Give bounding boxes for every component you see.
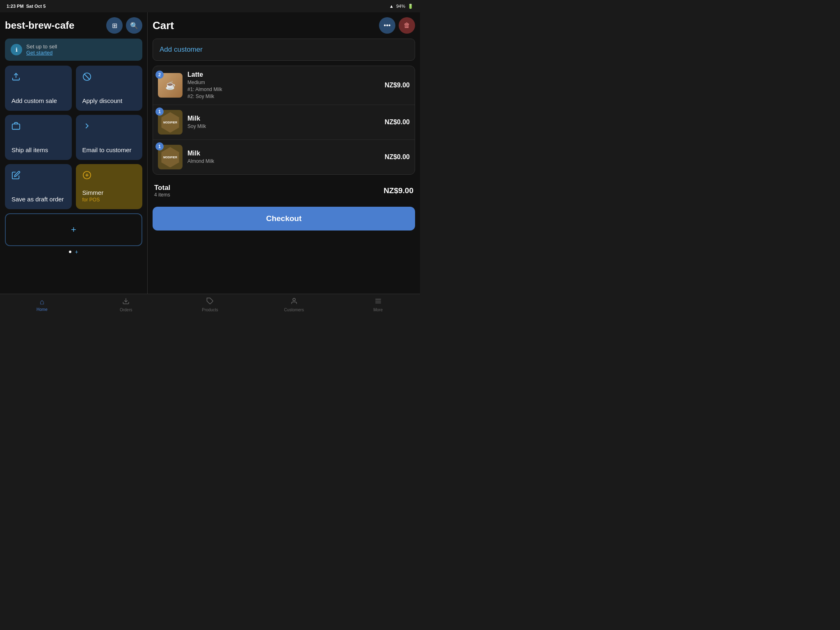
- page-dot-add: +: [75, 249, 78, 255]
- cart-header: Cart ••• 🗑: [153, 17, 415, 34]
- left-header: best-brew-cafe ⊞ 🔍: [5, 17, 142, 34]
- orders-icon: [122, 297, 130, 307]
- latte-image-wrap: ☕ 2: [158, 73, 183, 98]
- nav-item-home[interactable]: ⌂ Home: [0, 294, 84, 315]
- action-grid: Add custom sale Apply discount: [5, 66, 142, 209]
- modifier-almond-hex: MODIFIER: [160, 147, 180, 167]
- email-to-customer-label: Email to customer: [82, 146, 136, 153]
- search-icon-button[interactable]: 🔍: [126, 17, 142, 34]
- plus-icon: +: [71, 224, 76, 235]
- simmer-icon: [82, 171, 136, 182]
- add-tile[interactable]: +: [5, 213, 142, 246]
- add-custom-sale-label: Add custom sale: [11, 97, 65, 104]
- header-icons: ⊞ 🔍: [106, 17, 142, 34]
- trash-icon: 🗑: [404, 22, 410, 29]
- simmer-label: Simmer: [82, 189, 136, 196]
- customers-label: Customers: [284, 308, 304, 312]
- ship-all-items-label: Ship all items: [11, 146, 65, 153]
- milk-almond-price: NZ$0.00: [385, 153, 410, 161]
- grid-icon: ⊞: [112, 22, 117, 30]
- setup-text: Set up to sell Get started: [26, 43, 57, 56]
- battery-icon: 🔋: [408, 4, 413, 9]
- action-apply-discount[interactable]: Apply discount: [76, 66, 143, 111]
- info-icon: ℹ: [11, 44, 22, 55]
- total-item-count: 4 items: [154, 192, 170, 198]
- wifi-icon: ▲: [389, 4, 394, 9]
- nav-item-orders[interactable]: Orders: [84, 294, 168, 315]
- draft-icon: [11, 171, 65, 182]
- svg-line-2: [84, 74, 89, 80]
- more-options-button[interactable]: •••: [379, 17, 395, 34]
- milk-soy-image-wrap: MODIFIER 1: [158, 110, 183, 135]
- app-title: best-brew-cafe: [5, 20, 74, 31]
- setup-banner: ℹ Set up to sell Get started: [5, 39, 142, 61]
- status-indicators: ▲ 94% 🔋: [389, 4, 413, 9]
- latte-details: Medium#1: Almond Milk#2: Soy Milk: [187, 79, 380, 100]
- home-label: Home: [37, 307, 48, 312]
- more-icon: [374, 297, 382, 307]
- customers-icon: [290, 297, 298, 307]
- page-dots: +: [5, 246, 142, 258]
- milk-soy-name: Milk: [187, 115, 380, 122]
- checkout-button[interactable]: Checkout: [153, 207, 415, 231]
- orders-label: Orders: [120, 308, 132, 312]
- nav-item-more[interactable]: More: [336, 294, 420, 315]
- milk-almond-name: Milk: [187, 150, 380, 157]
- products-icon: [206, 297, 214, 307]
- milk-soy-details: Soy Milk: [187, 123, 380, 130]
- modifier-soy-hex: MODIFIER: [160, 112, 180, 132]
- svg-rect-3: [12, 124, 20, 129]
- save-as-draft-label: Save as draft order: [11, 196, 65, 203]
- delete-cart-button[interactable]: 🗑: [399, 17, 415, 34]
- action-add-custom-sale[interactable]: Add custom sale: [5, 66, 72, 111]
- total-label-wrap: Total 4 items: [154, 184, 170, 198]
- total-amount: NZ$9.00: [383, 186, 413, 195]
- home-icon: ⌂: [40, 298, 44, 306]
- get-started-link[interactable]: Get started: [26, 50, 57, 56]
- page-dot-1: [69, 251, 71, 253]
- cart-items-list: ☕ 2 Latte Medium#1: Almond Milk#2: Soy M…: [153, 66, 415, 175]
- latte-name: Latte: [187, 71, 380, 78]
- more-label: More: [373, 308, 383, 312]
- bottom-nav: ⌂ Home Orders Products Custo: [0, 294, 420, 315]
- action-email-to-customer[interactable]: Email to customer: [76, 115, 143, 160]
- nav-item-products[interactable]: Products: [168, 294, 252, 315]
- cart-item-latte: ☕ 2 Latte Medium#1: Almond Milk#2: Soy M…: [153, 66, 415, 105]
- cart-title: Cart: [153, 19, 174, 32]
- milk-almond-info: Milk Almond Milk: [187, 150, 380, 165]
- milk-soy-price: NZ$0.00: [385, 119, 410, 126]
- status-time-date: 1:23 PM Sat Oct 5: [7, 4, 46, 9]
- ship-icon: [11, 121, 65, 132]
- add-customer-button[interactable]: Add customer: [153, 39, 415, 61]
- battery-indicator: 94%: [396, 4, 405, 9]
- setup-title: Set up to sell: [26, 43, 57, 50]
- action-simmer[interactable]: Simmer for POS: [76, 164, 143, 209]
- action-save-as-draft[interactable]: Save as draft order: [5, 164, 72, 209]
- email-icon: [82, 121, 136, 132]
- simmer-sublabel: for POS: [82, 197, 136, 203]
- search-icon: 🔍: [130, 22, 138, 30]
- discount-icon: [82, 72, 136, 83]
- total-label: Total: [154, 184, 170, 192]
- cart-item-milk-soy: MODIFIER 1 Milk Soy Milk NZ$0.00: [153, 105, 415, 140]
- upload-icon: [11, 72, 65, 83]
- milk-almond-details: Almond Milk: [187, 158, 380, 165]
- cart-header-buttons: ••• 🗑: [379, 17, 415, 34]
- nav-item-customers[interactable]: Customers: [252, 294, 336, 315]
- latte-price: NZ$9.00: [385, 82, 410, 89]
- apply-discount-label: Apply discount: [82, 97, 136, 104]
- milk-soy-info: Milk Soy Milk: [187, 115, 380, 130]
- right-panel: Cart ••• 🗑 Add customer ☕ 2 Lat: [148, 12, 420, 294]
- total-row: Total 4 items NZ$9.00: [153, 180, 415, 202]
- cart-item-milk-almond: MODIFIER 1 Milk Almond Milk NZ$0.00: [153, 140, 415, 174]
- milk-almond-image-wrap: MODIFIER 1: [158, 145, 183, 169]
- more-dots-icon: •••: [384, 22, 391, 29]
- status-bar: 1:23 PM Sat Oct 5 ▲ 94% 🔋: [0, 0, 420, 12]
- svg-point-9: [293, 298, 295, 301]
- grid-icon-button[interactable]: ⊞: [106, 17, 123, 34]
- latte-info: Latte Medium#1: Almond Milk#2: Soy Milk: [187, 71, 380, 100]
- products-label: Products: [202, 308, 218, 312]
- main-layout: best-brew-cafe ⊞ 🔍 ℹ Set up to sell Get …: [0, 12, 420, 294]
- action-ship-all-items[interactable]: Ship all items: [5, 115, 72, 160]
- left-panel: best-brew-cafe ⊞ 🔍 ℹ Set up to sell Get …: [0, 12, 148, 294]
